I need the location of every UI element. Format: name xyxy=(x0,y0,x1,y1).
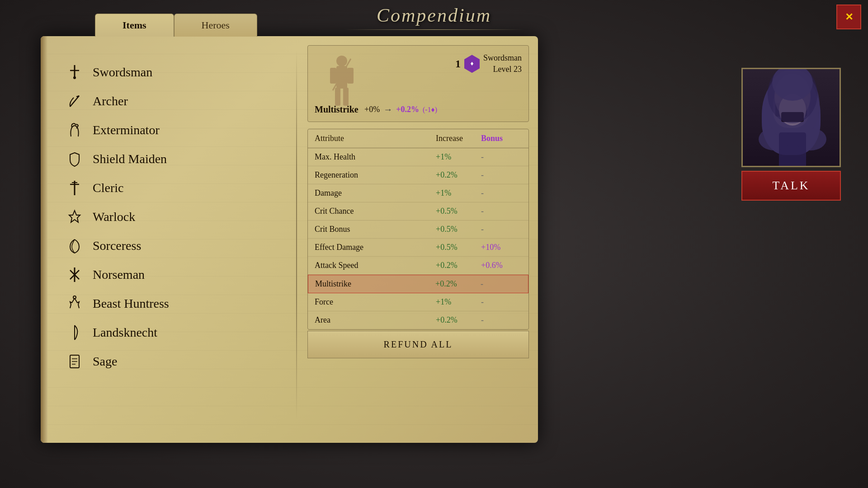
attr-bonus: - xyxy=(481,315,522,325)
attr-bonus: - xyxy=(481,225,522,234)
attr-name: Area xyxy=(315,315,436,325)
hero-item-sorceress[interactable]: Sorceress xyxy=(59,232,289,259)
hero-title-block: Swordsman Level 23 xyxy=(483,52,522,75)
attr-row-crit-bonus[interactable]: Crit Bonus +0.5% - xyxy=(308,221,528,239)
talk-button[interactable]: TALK xyxy=(741,171,841,201)
shield-maiden-icon xyxy=(66,150,84,168)
attr-row-effect-damage[interactable]: Effect Damage +0.5% +10% xyxy=(308,239,528,257)
attr-bonus: - xyxy=(481,170,522,180)
col-increase: Increase xyxy=(436,134,481,143)
attr-row-crit-chance[interactable]: Crit Chance +0.5% - xyxy=(308,202,528,221)
attr-name: Regeneration xyxy=(315,170,436,180)
page-title: Compendium xyxy=(377,5,491,26)
refund-all-button[interactable]: REFUND ALL xyxy=(307,331,529,358)
character-portrait xyxy=(743,69,840,166)
hero-name-norseman: Norseman xyxy=(93,267,145,282)
portrait-panel: TALK xyxy=(741,68,841,201)
hero-name-cleric: Cleric xyxy=(93,181,123,195)
svg-rect-19 xyxy=(336,66,347,89)
attr-increase: +1% xyxy=(436,297,481,307)
attr-row-area[interactable]: Area +0.2% - xyxy=(308,311,528,329)
col-bonus: Bonus xyxy=(481,134,522,143)
col-attribute: Attribute xyxy=(315,134,436,143)
attr-bonus: - xyxy=(481,206,522,216)
ability-from: +0% xyxy=(364,105,380,114)
attr-row-force[interactable]: Force +1% - xyxy=(308,293,528,311)
hero-item-exterminator[interactable]: Exterminator xyxy=(59,117,289,144)
hero-name-landsknecht: Landsknecht xyxy=(93,325,157,340)
attributes-table: Attribute Increase Bonus Max. Health +1%… xyxy=(307,129,529,330)
attr-name: Force xyxy=(315,297,436,307)
hero-item-swordsman[interactable]: Swordsman xyxy=(59,59,289,86)
tab-bar: Items Heroes xyxy=(95,14,257,37)
cleric-icon xyxy=(66,179,84,197)
sage-icon xyxy=(66,352,84,371)
attr-row-multistrike[interactable]: Multistrike +0.2% - xyxy=(308,275,528,293)
attr-name: Crit Bonus xyxy=(315,225,436,234)
attr-bonus: - xyxy=(481,279,521,289)
attr-row-max-health[interactable]: Max. Health +1% - xyxy=(308,148,528,166)
hero-item-archer[interactable]: Archer xyxy=(59,88,289,115)
attr-increase: +1% xyxy=(436,188,481,198)
attr-name: Attack Speed xyxy=(315,261,436,270)
warlock-icon xyxy=(66,208,84,226)
attr-increase: +1% xyxy=(436,152,481,162)
ability-bar: +0% → +0.2% (-1♦) xyxy=(364,104,522,115)
attr-increase: +0.2% xyxy=(435,279,481,289)
portrait-svg xyxy=(743,69,841,167)
attr-row-regeneration[interactable]: Regeneration +0.2% - xyxy=(308,166,528,184)
hero-preview: 1 ♦ Swordsman Level 23 Multistrike +0% →… xyxy=(307,45,529,122)
attr-name: Effect Damage xyxy=(315,243,436,252)
hero-name-warlock: Warlock xyxy=(93,210,135,224)
hero-item-landsknecht[interactable]: Landsknecht xyxy=(59,319,289,346)
hero-name-archer: Archer xyxy=(93,94,128,108)
sorceress-icon xyxy=(66,237,84,255)
attr-increase: +0.2% xyxy=(436,170,481,180)
ability-to: +0.2% xyxy=(396,105,419,114)
title-divider xyxy=(344,29,524,30)
hero-item-sage[interactable]: Sage xyxy=(59,348,289,375)
selected-hero-name: Swordsman xyxy=(483,52,522,64)
hero-name-swordsman: Swordsman xyxy=(93,65,152,80)
book-spine xyxy=(41,36,47,443)
hero-level-box: 1 ♦ Swordsman Level 23 xyxy=(455,52,522,75)
close-button[interactable]: ✕ xyxy=(836,5,861,29)
exterminator-icon xyxy=(66,121,84,139)
selected-hero-level: Level 23 xyxy=(493,64,522,75)
svg-rect-23 xyxy=(343,88,349,106)
hero-level-num: 1 xyxy=(455,58,461,70)
hero-item-warlock[interactable]: Warlock xyxy=(59,203,289,230)
hero-name-beast-huntress: Beast Huntress xyxy=(93,296,169,311)
svg-rect-34 xyxy=(779,132,806,167)
stats-panel: 1 ♦ Swordsman Level 23 Multistrike +0% →… xyxy=(307,45,529,429)
attr-bonus: - xyxy=(481,152,522,162)
attr-increase: +0.5% xyxy=(436,206,481,216)
hero-name-shield-maiden: Shield Maiden xyxy=(93,152,167,166)
attr-header-row: Attribute Increase Bonus xyxy=(308,129,528,148)
attr-name: Multistrike xyxy=(315,279,435,289)
attr-name: Damage xyxy=(315,188,436,198)
tab-heroes[interactable]: Heroes xyxy=(174,14,257,37)
attr-name: Max. Health xyxy=(315,152,436,162)
ability-arrow: → xyxy=(383,104,392,115)
attr-increase: +0.5% xyxy=(436,243,481,252)
attr-increase: +0.2% xyxy=(436,315,481,325)
attr-row-damage[interactable]: Damage +1% - xyxy=(308,184,528,202)
hero-badge-icon: ♦ xyxy=(464,55,480,73)
attr-bonus: +10% xyxy=(481,243,522,252)
tab-items[interactable]: Items xyxy=(95,14,174,37)
landsknecht-icon xyxy=(66,324,84,342)
attr-increase: +0.2% xyxy=(436,261,481,270)
hero-item-shield-maiden[interactable]: Shield Maiden xyxy=(59,145,289,173)
attr-bonus: - xyxy=(481,297,522,307)
hero-item-norseman[interactable]: Norseman xyxy=(59,261,289,288)
hero-item-beast-huntress[interactable]: Beast Huntress xyxy=(59,290,289,317)
portrait-frame xyxy=(741,68,841,167)
hero-name-exterminator: Exterminator xyxy=(93,123,160,137)
attr-row-attack-speed[interactable]: Attack Speed +0.2% +0.6% xyxy=(308,257,528,275)
norseman-icon xyxy=(66,266,84,284)
hero-item-cleric[interactable]: Cleric xyxy=(59,174,289,202)
svg-point-2 xyxy=(73,76,76,79)
attr-increase: +0.5% xyxy=(436,225,481,234)
ability-section: Multistrike +0% → +0.2% (-1♦) xyxy=(315,104,522,115)
